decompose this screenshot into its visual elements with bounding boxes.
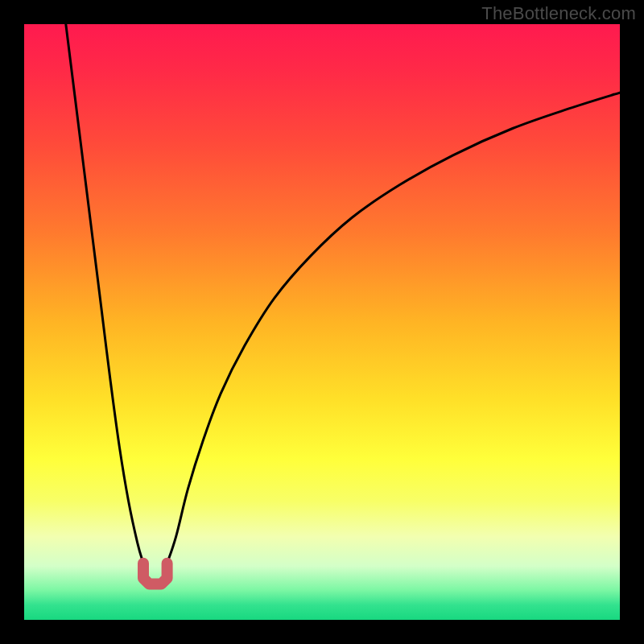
chart-frame: TheBottleneck.com bbox=[0, 0, 644, 644]
right-branch-curve bbox=[167, 93, 620, 564]
watermark-text: TheBottleneck.com bbox=[481, 3, 636, 24]
chart-curves bbox=[24, 24, 620, 620]
notch-marker bbox=[143, 564, 167, 584]
left-branch-curve bbox=[66, 24, 143, 564]
plot-area bbox=[24, 24, 620, 620]
